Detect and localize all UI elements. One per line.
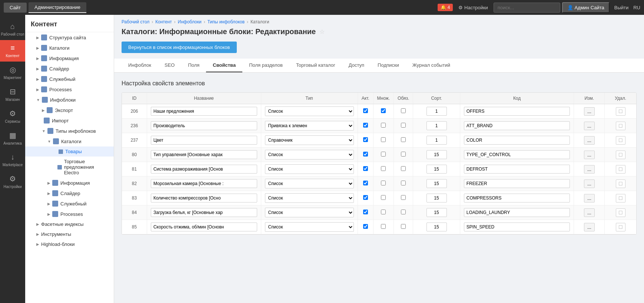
cell-active[interactable]	[358, 133, 373, 148]
sidebar-item-tools[interactable]: ▶ Инструменты	[25, 229, 114, 239]
cell-required[interactable]	[394, 104, 413, 119]
multiple-checkbox[interactable]	[381, 137, 386, 142]
sidebar-item-slider2[interactable]: ▶ Слайдер	[25, 188, 114, 198]
cell-required[interactable]	[394, 220, 413, 234]
multiple-checkbox[interactable]	[381, 166, 386, 171]
breadcrumb-home[interactable]: Рабочий стол	[122, 19, 149, 24]
cell-name[interactable]	[147, 162, 261, 177]
multiple-checkbox[interactable]	[381, 210, 386, 214]
cell-active[interactable]	[358, 119, 373, 133]
type-select[interactable]: СписокСправочникПривязка к элеменСтрокаЧ…	[265, 179, 354, 188]
cell-multiple[interactable]	[373, 162, 394, 177]
cell-multiple[interactable]	[373, 119, 394, 133]
cell-multiple[interactable]	[373, 191, 394, 205]
tab-event-log[interactable]: Журнал событий	[406, 59, 457, 72]
cell-active[interactable]	[358, 148, 373, 162]
tab-access[interactable]: Доступ	[342, 59, 371, 72]
type-select[interactable]: СписокСправочникПривязка к элеменСтрокаЧ…	[265, 106, 354, 116]
edit-button[interactable]: ...	[584, 122, 595, 130]
cell-edit[interactable]: ...	[574, 162, 605, 177]
cell-edit[interactable]: ...	[574, 191, 605, 205]
nav-home[interactable]: ⌂ Рабочий стол	[0, 19, 25, 40]
cell-delete[interactable]: ☐	[605, 119, 636, 133]
cell-type[interactable]: СписокСправочникПривязка к элеменСтрокаЧ…	[261, 133, 358, 148]
cell-delete[interactable]: ☐	[605, 177, 636, 191]
cell-sort[interactable]	[413, 191, 460, 205]
required-checkbox[interactable]	[401, 181, 406, 185]
active-checkbox[interactable]	[363, 195, 368, 200]
cell-name[interactable]	[147, 191, 261, 205]
cell-delete[interactable]: ☐	[605, 191, 636, 205]
cell-multiple[interactable]	[373, 177, 394, 191]
cell-active[interactable]	[358, 104, 373, 119]
sidebar-item-slider[interactable]: ▶ Слайдер	[25, 63, 114, 74]
delete-button[interactable]: ☐	[616, 223, 625, 231]
name-input[interactable]	[151, 165, 257, 174]
code-input[interactable]	[464, 208, 570, 217]
sort-input[interactable]	[426, 165, 447, 174]
cell-name[interactable]	[147, 119, 261, 133]
sort-input[interactable]	[426, 194, 447, 202]
edit-button[interactable]: ...	[584, 151, 595, 159]
cell-active[interactable]	[358, 177, 373, 191]
cell-sort[interactable]	[413, 148, 460, 162]
active-checkbox[interactable]	[363, 152, 368, 157]
cell-sort[interactable]	[413, 205, 460, 220]
favorite-star-icon[interactable]: ☆	[319, 28, 325, 35]
active-checkbox[interactable]	[363, 166, 368, 171]
required-checkbox[interactable]	[401, 123, 406, 128]
cell-type[interactable]: СписокСправочникПривязка к элеменСтрокаЧ…	[261, 177, 358, 191]
edit-button[interactable]: ...	[584, 194, 595, 202]
sidebar-item-info2[interactable]: ▶ Информация	[25, 178, 114, 188]
sort-input[interactable]	[426, 136, 447, 145]
sidebar-item-info[interactable]: ▶ Информация	[25, 53, 114, 63]
cell-type[interactable]: СписокСправочникПривязка к элеменСтрокаЧ…	[261, 104, 358, 119]
edit-button[interactable]: ...	[584, 223, 595, 231]
cell-active[interactable]	[358, 205, 373, 220]
breadcrumb-infoblocks[interactable]: Инфоблоки	[178, 19, 202, 24]
type-select[interactable]: СписокСправочникПривязка к элеменСтрокаЧ…	[265, 222, 354, 232]
cell-edit[interactable]: ...	[574, 177, 605, 191]
cell-multiple[interactable]	[373, 220, 394, 234]
cell-sort[interactable]	[413, 104, 460, 119]
required-checkbox[interactable]	[401, 108, 406, 113]
cell-delete[interactable]: ☐	[605, 220, 636, 234]
cell-required[interactable]	[394, 191, 413, 205]
cell-multiple[interactable]	[373, 148, 394, 162]
cell-type[interactable]: СписокСправочникПривязка к элеменСтрокаЧ…	[261, 119, 358, 133]
active-checkbox[interactable]	[363, 108, 368, 113]
name-input[interactable]	[151, 136, 257, 145]
tab-subscriptions[interactable]: Подписки	[371, 59, 406, 72]
cell-code[interactable]	[460, 148, 574, 162]
language-selector[interactable]: RU	[633, 5, 640, 10]
cell-code[interactable]	[460, 162, 574, 177]
sort-input[interactable]	[426, 107, 447, 116]
required-checkbox[interactable]	[401, 137, 406, 142]
cell-code[interactable]	[460, 205, 574, 220]
cell-sort[interactable]	[413, 220, 460, 234]
multiple-checkbox[interactable]	[381, 195, 386, 200]
tab-infoblock[interactable]: Инфоблок	[122, 59, 158, 72]
type-select[interactable]: СписокСправочникПривязка к элеменСтрокаЧ…	[265, 135, 354, 145]
code-input[interactable]	[464, 194, 570, 202]
type-select[interactable]: СписокСправочникПривязка к элеменСтрокаЧ…	[265, 121, 354, 131]
cell-required[interactable]	[394, 177, 413, 191]
nav-content[interactable]: ≡ Контент	[0, 40, 25, 62]
edit-button[interactable]: ...	[584, 208, 595, 217]
tab-fields[interactable]: Поля	[181, 59, 206, 72]
sidebar-item-import[interactable]: Импорт	[25, 115, 114, 126]
sidebar-item-processes[interactable]: ▶ Processes	[25, 84, 114, 95]
breadcrumb-content[interactable]: Контент	[155, 19, 172, 24]
cell-name[interactable]	[147, 133, 261, 148]
cell-required[interactable]	[394, 133, 413, 148]
name-input[interactable]	[151, 107, 257, 116]
sidebar-item-tovary[interactable]: Товары	[25, 146, 114, 157]
nav-settings[interactable]: ⚙ Настройки	[0, 171, 25, 192]
cell-type[interactable]: СписокСправочникПривязка к элеменСтрокаЧ…	[261, 205, 358, 220]
name-input[interactable]	[151, 208, 257, 217]
multiple-checkbox[interactable]	[381, 123, 386, 128]
code-input[interactable]	[464, 150, 570, 159]
sort-input[interactable]	[426, 223, 447, 231]
cell-multiple[interactable]	[373, 133, 394, 148]
cell-type[interactable]: СписокСправочникПривязка к элеменСтрокаЧ…	[261, 162, 358, 177]
